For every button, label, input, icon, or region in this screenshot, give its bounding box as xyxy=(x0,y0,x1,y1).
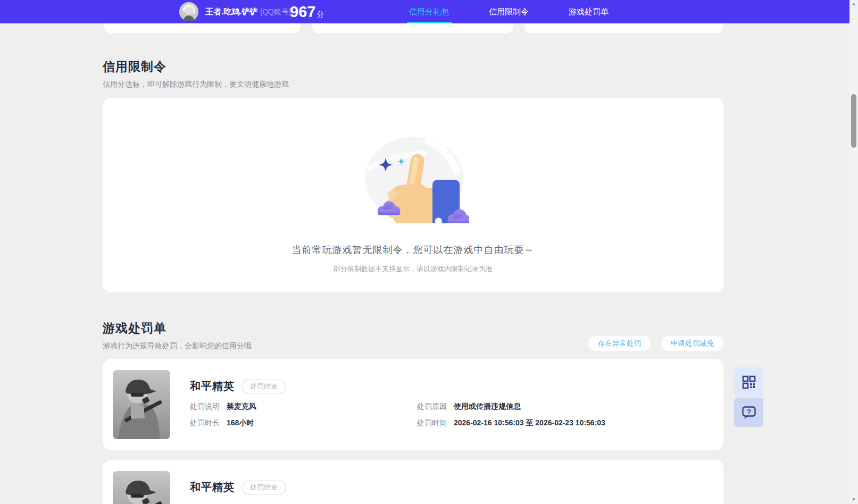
restriction-section: 信用限制令 信用分达标，即可解除游戏行为限制，要文明健康地游戏 xyxy=(103,58,723,504)
help-button[interactable]: ? xyxy=(734,398,763,427)
tab-credit-restriction-label: 信用限制令 xyxy=(489,7,529,16)
abnormal-penalty-button[interactable]: 存在异常处罚 xyxy=(588,336,651,351)
penalty-card: 和平精英 处罚结束 处罚说明禁麦克风 处罚原因使用或传播违规信息 处罚时长168… xyxy=(103,359,723,450)
field-value: 168小时 xyxy=(227,418,254,427)
credit-score-unit: 分 xyxy=(316,10,324,19)
username: 王者.吃鸡.铲铲[QQ账号] xyxy=(205,7,291,17)
field-value: 禁麦克风 xyxy=(227,402,256,410)
penalty-status-badge: 处罚结束 xyxy=(241,380,286,393)
credit-score-page: 王者.吃鸡.铲铲[QQ账号] 967分 信用分礼包 信用限制令 游戏处罚单 xyxy=(0,0,858,504)
field-label: 处罚说明 xyxy=(190,402,220,410)
tab-credit-gift[interactable]: 信用分礼包 xyxy=(409,0,449,23)
header-nav-tabs: 信用分礼包 信用限制令 游戏处罚单 xyxy=(409,0,609,23)
penalty-section-subtitle: 游戏行为违规导致处罚，会影响您的信用分哦 xyxy=(103,341,252,351)
penalty-field-duration: 处罚时长168小时 xyxy=(190,418,417,428)
penalty-fields: 处罚说明禁麦克风 处罚原因使用或传播违规信息 处罚时长168小时 处罚时间202… xyxy=(190,402,713,428)
restriction-section-subtitle: 信用分达标，即可解除游戏行为限制，要文明健康地游戏 xyxy=(103,80,723,89)
avatar[interactable] xyxy=(179,2,198,21)
field-value: 使用或传播违规信息 xyxy=(454,402,521,410)
penalty-field-time: 处罚时间2026-02-16 10:56:03 至 2026-02-23 10:… xyxy=(417,418,713,428)
game-thumbnail xyxy=(113,471,170,504)
apply-reduction-button[interactable]: 申请处罚减免 xyxy=(661,336,723,351)
username-text: 王者.吃鸡.铲铲 xyxy=(205,7,257,16)
qr-code-button[interactable] xyxy=(734,367,763,397)
penalty-title-row: 和平精英 处罚结束 xyxy=(190,480,713,494)
game-name: 和平精英 xyxy=(190,480,235,494)
restriction-section-title: 信用限制令 xyxy=(103,58,723,75)
field-value: 2026-02-16 10:56:03 至 2026-02-23 10:56:0… xyxy=(454,418,605,427)
scrollbar-down-icon[interactable]: ▼ xyxy=(849,495,858,504)
penalty-title-row: 和平精英 处罚结束 xyxy=(190,379,713,393)
restriction-empty-card: 当前常玩游戏暂无限制令，您可以在游戏中自由玩耍～ 部分限制数据不支持显示，请以游… xyxy=(103,98,723,292)
account-summary: 王者.吃鸡.铲铲[QQ账号] xyxy=(179,0,291,23)
restriction-empty-note: 部分限制数据不支持显示，请以游戏内限制记录为准 xyxy=(103,264,723,274)
gift-card-partial-1 xyxy=(104,23,301,33)
floating-toolbar: ? xyxy=(734,367,763,428)
penalty-card: 和平精英 处罚结束 xyxy=(103,460,723,504)
top-header-bar: 王者.吃鸡.铲铲[QQ账号] 967分 信用分礼包 信用限制令 游戏处罚单 xyxy=(0,0,849,23)
game-name: 和平精英 xyxy=(190,379,235,393)
penalty-section-titles: 游戏处罚单 游戏行为违规导致处罚，会影响您的信用分哦 xyxy=(103,320,252,351)
penalty-field-description: 处罚说明禁麦克风 xyxy=(190,402,417,411)
penalty-status-badge: 处罚结束 xyxy=(241,481,286,494)
penalty-action-buttons: 存在异常处罚 申请处罚减免 xyxy=(588,336,723,351)
page-content: 信用限制令 信用分达标，即可解除游戏行为限制，要文明健康地游戏 xyxy=(0,23,849,504)
tab-credit-restriction[interactable]: 信用限制令 xyxy=(489,0,529,23)
svg-text:?: ? xyxy=(747,408,751,416)
field-label: 处罚时长 xyxy=(190,418,220,427)
credit-score-value: 967 xyxy=(290,3,315,20)
question-bubble-icon: ? xyxy=(742,405,756,420)
game-thumbnail-image xyxy=(113,370,170,439)
previous-section-card-bottoms xyxy=(104,23,849,33)
scrollbar-thumb[interactable] xyxy=(851,94,856,148)
qr-code-icon xyxy=(742,375,756,389)
penalty-card-body: 和平精英 处罚结束 处罚说明禁麦克风 处罚原因使用或传播违规信息 处罚时长168… xyxy=(190,379,713,428)
credit-score: 967分 xyxy=(290,0,324,23)
active-tab-underline xyxy=(407,22,452,23)
game-thumbnail xyxy=(113,370,170,439)
penalty-section-title: 游戏处罚单 xyxy=(103,320,252,337)
game-thumbnail-image xyxy=(113,471,170,504)
thumbs-up-illustration xyxy=(357,128,469,223)
field-label: 处罚时间 xyxy=(417,418,447,427)
penalty-field-reason: 处罚原因使用或传播违规信息 xyxy=(417,402,713,411)
avatar-image xyxy=(179,2,198,21)
account-type-label: [QQ账号] xyxy=(260,7,291,16)
tab-game-penalty-label: 游戏处罚单 xyxy=(569,7,609,16)
penalty-card-body: 和平精英 处罚结束 xyxy=(190,480,713,494)
restriction-empty-message: 当前常玩游戏暂无限制令，您可以在游戏中自由玩耍～ xyxy=(103,243,723,256)
field-label: 处罚原因 xyxy=(417,402,447,410)
gift-card-partial-2 xyxy=(312,23,513,33)
tab-credit-gift-label: 信用分礼包 xyxy=(409,7,449,16)
vertical-scrollbar: ▲ ▼ xyxy=(849,0,858,504)
tab-game-penalty[interactable]: 游戏处罚单 xyxy=(569,0,609,23)
scrollbar-up-icon[interactable]: ▲ xyxy=(849,0,858,9)
gift-card-partial-3 xyxy=(524,23,723,33)
penalty-section-header: 游戏处罚单 游戏行为违规导致处罚，会影响您的信用分哦 存在异常处罚 申请处罚减免 xyxy=(103,320,723,351)
